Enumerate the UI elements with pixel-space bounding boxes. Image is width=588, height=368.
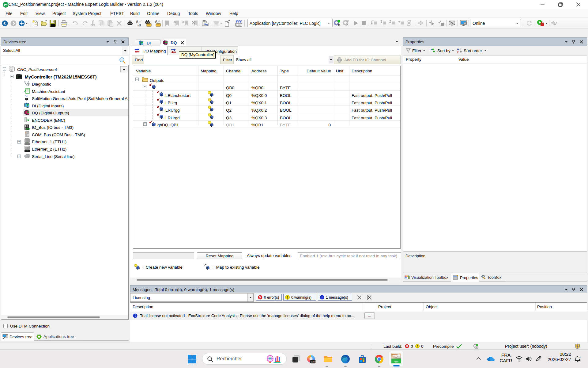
- svg-text:Z: Z: [457, 51, 459, 54]
- svg-text:A: A: [136, 20, 138, 23]
- svg-text:A: A: [155, 20, 157, 23]
- svg-text:B: B: [139, 24, 141, 27]
- svg-text:zz: zz: [579, 356, 581, 359]
- svg-text:M365: M365: [311, 361, 316, 363]
